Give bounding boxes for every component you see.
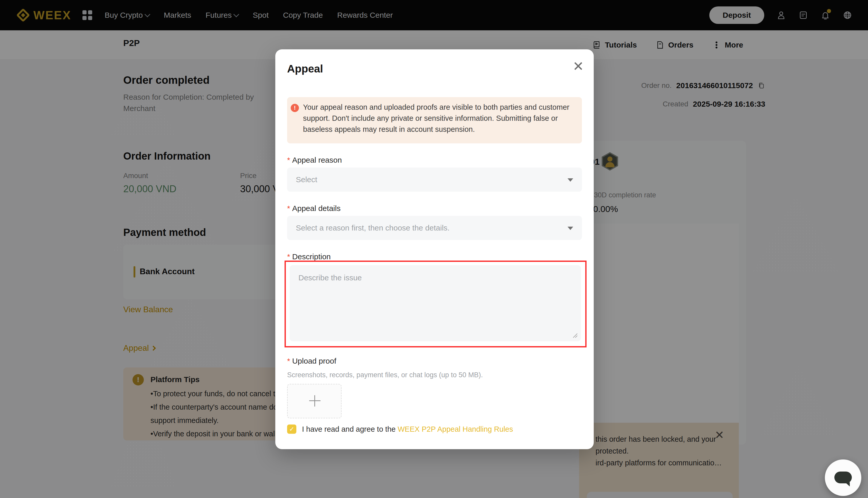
- modal-title: Appeal: [287, 63, 323, 75]
- agreement-checkbox[interactable]: ✓: [287, 424, 296, 434]
- appeal-reason-select[interactable]: Select: [287, 168, 582, 192]
- required-asterisk: *: [287, 252, 290, 261]
- description-textarea[interactable]: [290, 265, 581, 341]
- agreement-row: ✓ I have read and agree to the WEEX P2P …: [287, 424, 513, 434]
- appeal-details-select[interactable]: Select a reason first, then choose the d…: [287, 216, 582, 240]
- caret-down-icon: [568, 227, 573, 230]
- description-label: *Description: [287, 252, 331, 261]
- upload-hint: Screenshots, records, payment files, or …: [287, 371, 483, 379]
- appeal-reason-label: *Appeal reason: [287, 156, 342, 165]
- warning-text: Your appeal reason and uploaded proofs a…: [303, 102, 576, 135]
- chat-bubble-icon: [835, 472, 852, 483]
- upload-proof-label: *Upload proof: [287, 357, 336, 365]
- upload-proof-tile[interactable]: [287, 384, 341, 418]
- select-placeholder: Select a reason first, then choose the d…: [296, 224, 450, 232]
- caret-down-icon: [568, 178, 573, 182]
- appeal-rules-link[interactable]: WEEX P2P Appeal Handling Rules: [397, 425, 513, 433]
- close-icon[interactable]: ✕: [573, 58, 584, 74]
- select-placeholder: Select: [296, 175, 317, 184]
- warning-icon: !: [291, 104, 299, 112]
- agreement-text: I have read and agree to the WEEX P2P Ap…: [302, 425, 513, 433]
- appeal-warning-banner: ! Your appeal reason and uploaded proofs…: [287, 97, 582, 143]
- appeal-details-label: *Appeal details: [287, 204, 340, 213]
- support-chat-launcher[interactable]: [825, 459, 861, 496]
- required-asterisk: *: [287, 357, 290, 365]
- required-asterisk: *: [287, 204, 290, 212]
- required-asterisk: *: [287, 156, 290, 164]
- appeal-modal: Appeal ✕ ! Your appeal reason and upload…: [275, 49, 594, 449]
- screen: WEEX Buy Crypto Markets Futures Spot Cop…: [0, 0, 868, 498]
- plus-icon: [309, 395, 321, 407]
